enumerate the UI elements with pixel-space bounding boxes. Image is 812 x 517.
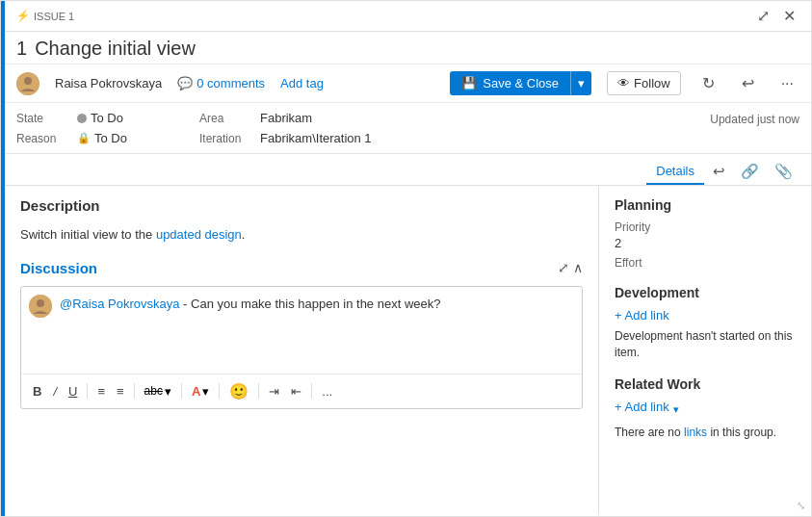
resize-handle[interactable]: ⤡ xyxy=(797,500,805,512)
links-word: links xyxy=(684,426,707,439)
reason-value-text: To Do xyxy=(94,131,127,145)
toolbar-separator-5 xyxy=(258,383,259,399)
italic-button[interactable]: / xyxy=(49,382,61,401)
svg-point-1 xyxy=(24,77,32,85)
add-tag-button[interactable]: Add tag xyxy=(280,76,324,90)
comments-count: 0 comments xyxy=(196,76,265,90)
state-dot xyxy=(77,114,87,123)
related-no-links-text: There are no links in this group. xyxy=(615,426,796,439)
save-close-button[interactable]: 💾 Save & Close xyxy=(450,71,570,95)
save-close-group: 💾 Save & Close ▾ xyxy=(450,71,591,95)
state-field-group: State To Do Reason 🔒 To Do xyxy=(16,111,161,145)
comment-icon: 💬 xyxy=(177,76,193,90)
development-section: Development + Add link Development hasn'… xyxy=(615,285,796,361)
planning-section: Planning Priority 2 Effort xyxy=(615,197,796,270)
effort-field: Effort xyxy=(615,256,796,270)
toolbar-separator-3 xyxy=(181,383,182,399)
underline-button[interactable]: U xyxy=(65,382,81,401)
history-icon-button[interactable]: ↩ xyxy=(706,158,732,185)
top-bar-actions: ⤢ ✕ xyxy=(753,5,799,27)
save-icon: 💾 xyxy=(461,76,477,90)
main-content: Description Switch initial view to the u… xyxy=(5,186,811,515)
toolbar-separator-6 xyxy=(311,383,312,399)
comment-editor-area[interactable] xyxy=(21,325,582,374)
more-toolbar-button[interactable]: ... xyxy=(318,382,336,401)
title-bar: 1 Change initial view xyxy=(5,32,811,65)
author-name: Raisa Pokrovskaya xyxy=(55,76,162,90)
collapse-discussion-button[interactable]: ∧ xyxy=(573,260,583,275)
align-left-button[interactable]: ≡ xyxy=(93,382,109,401)
add-related-label: + Add link xyxy=(615,400,669,414)
related-link-chevron: ▾ xyxy=(673,403,679,416)
close-button[interactable]: ✕ xyxy=(779,5,799,27)
priority-field: Priority 2 xyxy=(615,220,796,250)
strikethrough-chevron: ▾ xyxy=(165,384,171,399)
area-row: Area Fabrikam xyxy=(199,111,372,125)
font-color-button[interactable]: A ▾ xyxy=(188,382,213,401)
state-value-text: To Do xyxy=(91,111,123,125)
top-bar: ⚡ ISSUE 1 ⤢ ✕ xyxy=(5,1,811,32)
save-close-label: Save & Close xyxy=(483,76,559,90)
reason-value: 🔒 To Do xyxy=(77,131,127,145)
undo-button[interactable]: ↩ xyxy=(736,70,760,96)
state-value: To Do xyxy=(77,111,123,125)
tab-details[interactable]: Details xyxy=(646,159,704,185)
svg-point-3 xyxy=(37,299,44,307)
comment-toolbar: B / U ≡ ≡ abc ▾ A xyxy=(21,374,582,408)
fields-bar: State To Do Reason 🔒 To Do Area xyxy=(5,103,811,154)
indent-right-button[interactable]: ⇥ xyxy=(265,382,283,401)
updated-text: Updated just now xyxy=(710,111,799,126)
reason-label: Reason xyxy=(16,132,69,145)
expand-button[interactable]: ⤢ xyxy=(753,5,773,27)
bold-button[interactable]: B xyxy=(29,382,45,401)
toolbar-separator-2 xyxy=(134,383,135,399)
follow-label: Follow xyxy=(634,76,670,90)
left-panel: Description Switch initial view to the u… xyxy=(5,186,599,515)
development-status-text: Development hasn't started on this item. xyxy=(615,328,796,361)
indent-left-button[interactable]: ⇤ xyxy=(287,382,305,401)
strikethrough-label: abc xyxy=(144,384,163,398)
state-row: State To Do xyxy=(16,111,161,125)
toolbar-separator-4 xyxy=(219,383,220,399)
mention-link[interactable]: @Raisa Pokrovskaya xyxy=(60,297,179,311)
issue-label-text: ISSUE 1 xyxy=(34,11,74,22)
lock-icon: 🔒 xyxy=(77,132,91,144)
comment-content: @Raisa Pokrovskaya - Can you make this h… xyxy=(21,287,582,325)
discussion-section-title: Discussion xyxy=(20,260,558,276)
design-link[interactable]: updated design xyxy=(156,227,242,242)
discussion-actions: ⤢ ∧ xyxy=(558,260,583,275)
comment-body: - Can you make this happen in the next w… xyxy=(179,297,440,311)
expand-discussion-button[interactable]: ⤢ xyxy=(558,260,569,275)
comments-button[interactable]: 💬 0 comments xyxy=(177,76,265,90)
comment-avatar xyxy=(29,295,52,318)
attachment-icon-button[interactable]: 📎 xyxy=(768,158,799,185)
iteration-row: Iteration Fabrikam\Iteration 1 xyxy=(199,131,372,145)
refresh-button[interactable]: ↻ xyxy=(696,70,720,96)
iteration-value: Fabrikam\Iteration 1 xyxy=(260,131,372,145)
discussion-header: Discussion ⤢ ∧ xyxy=(20,260,583,276)
area-value: Fabrikam xyxy=(260,111,312,125)
list-button[interactable]: ≡ xyxy=(113,382,128,401)
iteration-label: Iteration xyxy=(199,132,252,145)
emoji-button[interactable]: 🙂 xyxy=(225,380,252,402)
comment-text: @Raisa Pokrovskaya - Can you make this h… xyxy=(60,295,440,314)
avatar xyxy=(16,72,39,95)
link-icon-button[interactable]: 🔗 xyxy=(734,158,766,185)
tabs-bar: Details ↩ 🔗 📎 xyxy=(5,154,811,186)
priority-value: 2 xyxy=(615,236,796,250)
related-work-title: Related Work xyxy=(615,376,796,392)
add-dev-link-button[interactable]: + Add link xyxy=(615,308,669,323)
strikethrough-button[interactable]: abc ▾ xyxy=(141,382,175,401)
follow-button[interactable]: 👁 Follow xyxy=(607,71,681,95)
lightning-icon: ⚡ xyxy=(16,10,30,22)
author-bar: Raisa Pokrovskaya 💬 0 comments Add tag 💾… xyxy=(5,65,811,103)
area-field-group: Area Fabrikam Iteration Fabrikam\Iterati… xyxy=(199,111,372,145)
development-title: Development xyxy=(615,285,796,300)
eye-icon: 👁 xyxy=(617,76,630,90)
state-label: State xyxy=(16,112,69,125)
save-close-dropdown-button[interactable]: ▾ xyxy=(570,71,591,95)
more-options-button[interactable]: ··· xyxy=(775,71,799,96)
description-text: Switch initial view to the updated desig… xyxy=(20,225,583,245)
add-related-link-button[interactable]: + Add link xyxy=(615,400,669,414)
planning-title: Planning xyxy=(615,197,796,213)
